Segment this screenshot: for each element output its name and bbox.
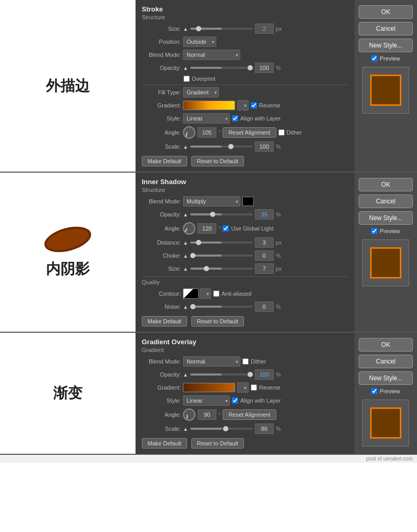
distance-slider[interactable]	[190, 241, 253, 244]
gradient-dropdown[interactable]	[237, 100, 249, 111]
contour-dropdown[interactable]	[200, 288, 211, 299]
reverse-cb-wrap: Reverse	[251, 102, 280, 108]
leaf-svg	[42, 225, 94, 254]
go-preview-label: Preview	[379, 388, 400, 394]
is-cancel-button[interactable]: Cancel	[359, 195, 413, 208]
make-default-button[interactable]: Make Default	[142, 156, 187, 166]
gradient-dropdown-wrap	[237, 100, 249, 111]
gradient-overlay-left-label: 渐变	[0, 333, 136, 454]
size-row: Size: ▲ px	[142, 23, 348, 34]
position-dropdown[interactable]: OutsideInsideCenter	[183, 37, 216, 47]
contour-box	[183, 288, 199, 299]
is-angle-input[interactable]	[198, 223, 216, 234]
is-opacity-triangle: ▲	[183, 212, 188, 217]
fill-type-row: Fill Type: GradientColorPattern	[142, 87, 348, 98]
is-make-default-button[interactable]: Make Default	[142, 316, 187, 327]
go-scale-input[interactable]	[255, 424, 274, 434]
style-dropdown[interactable]: LinearRadialAngle	[183, 113, 230, 124]
is-opacity-slider[interactable]	[190, 213, 253, 215]
is-new-style-button[interactable]: New Style...	[359, 211, 413, 225]
size-input[interactable]	[255, 23, 274, 34]
choke-triangle: ▲	[183, 253, 188, 259]
opacity-slider[interactable]	[190, 67, 253, 69]
go-reset-default-button[interactable]: Reset to Default	[191, 438, 244, 449]
fill-type-dropdown[interactable]: GradientColorPattern	[183, 87, 219, 98]
global-light-checkbox[interactable]	[223, 225, 229, 232]
go-new-style-button[interactable]: New Style...	[359, 371, 413, 385]
go-reverse-checkbox[interactable]	[251, 384, 257, 391]
is-ok-button[interactable]: OK	[359, 178, 413, 191]
preview-checkbox[interactable]	[371, 55, 377, 62]
blend-dropdown[interactable]: NormalMultiplyScreen	[183, 50, 240, 60]
noise-input[interactable]	[255, 301, 274, 312]
go-dither-checkbox[interactable]	[242, 358, 249, 365]
go-blend-row: Blend Mode: NormalMultiplyScreen Dither	[142, 356, 348, 367]
overprint-checkbox[interactable]	[183, 76, 190, 82]
reset-alignment-button[interactable]: Reset Alignment	[223, 127, 276, 138]
is-opacity-slider-wrap: ▲	[183, 212, 253, 217]
dial-needle	[186, 132, 188, 137]
angle-label: Angle:	[142, 129, 181, 136]
align-layer-checkbox[interactable]	[232, 115, 238, 122]
go-angle-unit: °	[218, 412, 220, 418]
opacity-slider-wrap: ▲	[183, 65, 253, 71]
scale-slider[interactable]	[190, 146, 253, 148]
footer-note: post of uimaker.com	[0, 455, 417, 463]
distance-input[interactable]	[255, 237, 274, 248]
anti-aliased-checkbox[interactable]	[213, 291, 219, 297]
is-blend-dropdown[interactable]: MultiplyNormalScreen	[183, 196, 240, 207]
opacity-label: Opacity:	[142, 65, 181, 71]
is-reset-default-button[interactable]: Reset to Default	[191, 316, 244, 327]
angle-input[interactable]	[198, 127, 216, 138]
ok-button[interactable]: OK	[359, 5, 413, 19]
is-color-swatch[interactable]	[242, 197, 254, 206]
go-style-label: Style:	[142, 397, 181, 404]
go-opacity-input[interactable]	[255, 369, 274, 380]
angle-dial[interactable]	[183, 126, 195, 139]
is-size-row: Size: ▲ px	[142, 263, 348, 274]
go-preview-checkbox[interactable]	[371, 388, 377, 394]
global-light-cb-wrap: Use Global Light	[223, 225, 273, 232]
is-preview-checkbox[interactable]	[371, 228, 377, 234]
is-opacity-input[interactable]	[255, 209, 274, 220]
go-angle-dial[interactable]	[183, 408, 195, 421]
go-opacity-slider[interactable]	[190, 373, 253, 376]
choke-input[interactable]	[255, 250, 274, 261]
noise-unit: %	[276, 304, 281, 310]
opacity-input[interactable]	[255, 63, 274, 73]
go-align-layer-checkbox[interactable]	[232, 397, 238, 404]
go-make-default-button[interactable]: Make Default	[142, 438, 187, 449]
gradient-overlay-main: Gradient Overlay Gradient Blend Mode: No…	[136, 333, 354, 454]
position-label: Position:	[142, 39, 181, 45]
reset-default-button[interactable]: Reset to Default	[191, 156, 244, 166]
go-ok-button[interactable]: OK	[359, 338, 413, 352]
is-angle-label: Angle:	[142, 225, 181, 232]
contour-label: Contour:	[142, 291, 181, 297]
size-slider[interactable]	[190, 28, 253, 30]
is-size-slider[interactable]	[190, 268, 253, 270]
go-scale-slider[interactable]	[190, 428, 253, 430]
new-style-button[interactable]: New Style...	[359, 39, 413, 52]
dither-checkbox[interactable]	[278, 129, 285, 136]
noise-slider[interactable]	[190, 306, 253, 308]
cancel-button[interactable]: Cancel	[359, 22, 413, 35]
go-angle-input[interactable]	[198, 409, 216, 420]
is-size-input[interactable]	[255, 263, 274, 274]
gradient-bar[interactable]	[183, 101, 235, 110]
inner-shadow-cn-label: 内阴影	[46, 259, 90, 279]
go-gradient-dropdown[interactable]	[237, 382, 249, 393]
reverse-checkbox[interactable]	[251, 102, 257, 108]
go-style-dropdown[interactable]: LinearRadialAngle	[183, 395, 230, 406]
contour-row: Contour: Anti-aliased	[142, 288, 348, 299]
scale-input[interactable]	[255, 141, 274, 152]
is-angle-dial[interactable]	[183, 222, 195, 235]
go-blend-dropdown[interactable]: NormalMultiplyScreen	[183, 356, 240, 367]
choke-slider[interactable]	[190, 255, 253, 257]
distance-label: Distance:	[142, 239, 181, 246]
go-dither-label: Dither	[251, 358, 266, 365]
go-gradient-bar[interactable]	[183, 383, 235, 392]
go-reset-alignment-button[interactable]: Reset Alignment	[223, 409, 276, 420]
distance-triangle: ▲	[183, 240, 188, 246]
noise-label: Noise:	[142, 304, 181, 310]
go-cancel-button[interactable]: Cancel	[359, 355, 413, 368]
